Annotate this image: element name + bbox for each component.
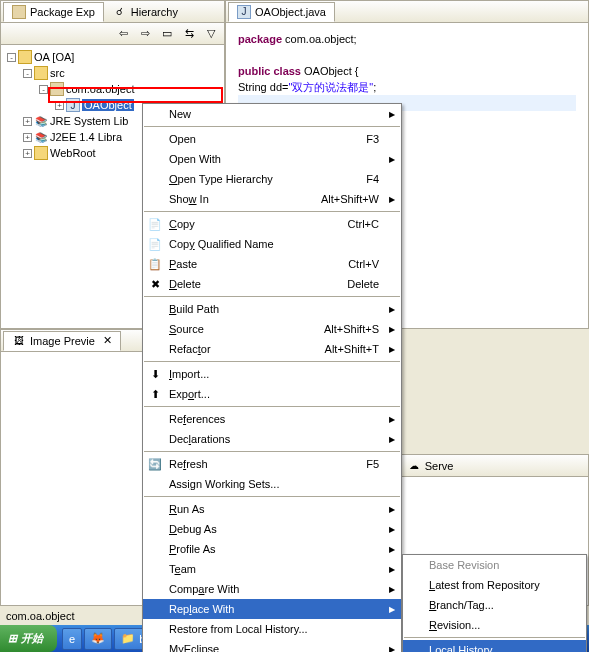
menu-show-in[interactable]: Show InAlt+Shift+W▶: [143, 189, 401, 209]
twisty-icon[interactable]: -: [39, 85, 48, 94]
delete-icon: ✖: [147, 276, 163, 292]
collapse-button[interactable]: ▭: [158, 25, 176, 43]
tree-label: src: [50, 67, 65, 79]
menu-copy[interactable]: 📄CopyCtrl+C: [143, 214, 401, 234]
menu-replace-with[interactable]: Replace With▶: [143, 599, 401, 619]
tree-label: OAObject: [82, 99, 134, 111]
twisty-icon[interactable]: +: [23, 117, 32, 126]
twisty-icon[interactable]: -: [23, 69, 32, 78]
package-icon: [50, 82, 64, 96]
refresh-icon: 🔄: [147, 456, 163, 472]
copy-icon: 📄: [147, 236, 163, 252]
tab-servers[interactable]: ☁ Serve: [398, 456, 463, 476]
firefox-icon: 🦊: [91, 632, 105, 645]
menu-profile-as[interactable]: Profile As▶: [143, 539, 401, 559]
tree-label: WebRoot: [50, 147, 96, 159]
menu-debug-as[interactable]: Debug As▶: [143, 519, 401, 539]
close-icon[interactable]: ✕: [103, 334, 112, 347]
replace-with-submenu: Base Revision Latest from Repository Bra…: [402, 554, 587, 652]
menu-latest-repo[interactable]: Latest from Repository: [403, 575, 586, 595]
library-icon: 📚: [34, 114, 48, 128]
tree-label: JRE System Lib: [50, 115, 128, 127]
code-line: public class OAObject {: [238, 63, 576, 79]
menu-build-path[interactable]: Build Path▶: [143, 299, 401, 319]
menu-restore-lh[interactable]: Restore from Local History...: [143, 619, 401, 639]
tab-label: Package Exp: [30, 6, 95, 18]
menu-revision[interactable]: Revision...: [403, 615, 586, 635]
menu-compare-with[interactable]: Compare With▶: [143, 579, 401, 599]
copy-icon: 📄: [147, 216, 163, 232]
tree-src[interactable]: - src: [3, 65, 222, 81]
server-icon: ☁: [407, 459, 421, 473]
windows-logo-icon: ⊞: [8, 632, 17, 645]
tab-package-explorer[interactable]: Package Exp: [3, 2, 104, 22]
menu-branch-tag[interactable]: Branch/Tag...: [403, 595, 586, 615]
tab-image-preview[interactable]: 🖼 Image Previe ✕: [3, 331, 121, 351]
link-button[interactable]: ⇆: [180, 25, 198, 43]
project-icon: [18, 50, 32, 64]
menu-run-as[interactable]: Run As▶: [143, 499, 401, 519]
twisty-icon[interactable]: +: [23, 149, 32, 158]
code-line: String dd="双方的说法都是";: [238, 79, 576, 95]
ie-icon: e: [69, 633, 75, 645]
taskbar-item[interactable]: 🦊: [84, 628, 112, 650]
editor-tab[interactable]: J OAObject.java: [228, 2, 335, 22]
tab-label: Serve: [425, 460, 454, 472]
menu-open[interactable]: OpenF3: [143, 129, 401, 149]
menu-source[interactable]: SourceAlt+Shift+S▶: [143, 319, 401, 339]
hierarchy-icon: ☌: [113, 5, 127, 19]
package-icon: [12, 5, 26, 19]
menu-button[interactable]: ▽: [202, 25, 220, 43]
src-folder-icon: [34, 66, 48, 80]
tree-label: OA [OA]: [34, 51, 74, 63]
left-tabbar: Package Exp ☌ Hierarchy: [1, 1, 224, 23]
tree-package[interactable]: - com.oa.object: [3, 81, 222, 97]
menu-new[interactable]: New▶: [143, 104, 401, 124]
context-menu: New▶ OpenF3 Open With▶ Open Type Hierarc…: [142, 103, 402, 652]
tab-label: OAObject.java: [255, 6, 326, 18]
folder-icon: 📁: [121, 632, 135, 645]
taskbar-item[interactable]: e: [62, 628, 82, 650]
java-file-icon: J: [237, 5, 251, 19]
menu-declarations[interactable]: Declarations▶: [143, 429, 401, 449]
twisty-icon[interactable]: -: [7, 53, 16, 62]
tree-project[interactable]: - OA [OA]: [3, 49, 222, 65]
back-button[interactable]: ⇦: [114, 25, 132, 43]
import-icon: ⬇: [147, 366, 163, 382]
start-button[interactable]: ⊞ 开始: [0, 625, 57, 652]
menu-open-with[interactable]: Open With▶: [143, 149, 401, 169]
menu-copy-qualified[interactable]: 📄Copy Qualified Name: [143, 234, 401, 254]
menu-open-type-hierarchy[interactable]: Open Type HierarchyF4: [143, 169, 401, 189]
library-icon: 📚: [34, 130, 48, 144]
menu-assign-ws[interactable]: Assign Working Sets...: [143, 474, 401, 494]
image-icon: 🖼: [12, 334, 26, 348]
menu-export[interactable]: ⬆Export...: [143, 384, 401, 404]
menu-myeclipse[interactable]: MyEclipse▶: [143, 639, 401, 652]
menu-refresh[interactable]: 🔄RefreshF5: [143, 454, 401, 474]
twisty-icon[interactable]: +: [23, 133, 32, 142]
twisty-icon[interactable]: +: [55, 101, 64, 110]
menu-base-revision: Base Revision: [403, 555, 586, 575]
tab-hierarchy[interactable]: ☌ Hierarchy: [104, 2, 187, 22]
tree-label: J2EE 1.4 Libra: [50, 131, 122, 143]
menu-local-history[interactable]: Local History...: [403, 640, 586, 652]
code-line: [238, 47, 576, 63]
tree-label: com.oa.object: [66, 83, 134, 95]
java-file-icon: J: [66, 98, 80, 112]
tab-label: Hierarchy: [131, 6, 178, 18]
menu-paste[interactable]: 📋PasteCtrl+V: [143, 254, 401, 274]
code-line: package com.oa.object;: [238, 31, 576, 47]
menu-refactor[interactable]: RefactorAlt+Shift+T▶: [143, 339, 401, 359]
menu-delete[interactable]: ✖DeleteDelete: [143, 274, 401, 294]
status-text: com.oa.object: [6, 610, 74, 622]
forward-button[interactable]: ⇨: [136, 25, 154, 43]
menu-import[interactable]: ⬇Import...: [143, 364, 401, 384]
export-icon: ⬆: [147, 386, 163, 402]
editor-tabbar: J OAObject.java: [226, 1, 588, 23]
left-toolbar: ⇦ ⇨ ▭ ⇆ ▽: [1, 23, 224, 45]
tab-label: Image Previe: [30, 335, 95, 347]
paste-icon: 📋: [147, 256, 163, 272]
folder-icon: [34, 146, 48, 160]
menu-references[interactable]: References▶: [143, 409, 401, 429]
menu-team[interactable]: Team▶: [143, 559, 401, 579]
